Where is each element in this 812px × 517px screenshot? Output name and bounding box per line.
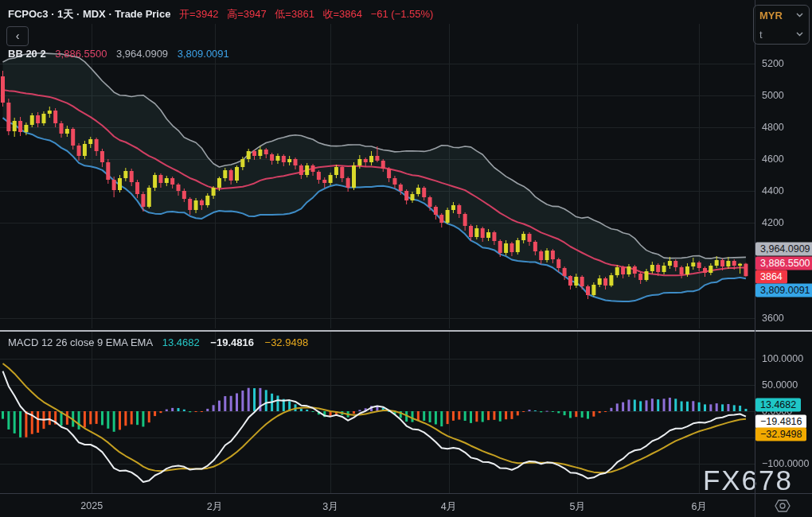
back-button[interactable]: ‹ <box>6 26 29 46</box>
unit-value: t <box>759 29 763 41</box>
symbol-legend[interactable]: FCPOc3 · 1天 · MDX · Trade Price 开=3942 高… <box>8 7 433 21</box>
macd-hist-label: 13.4682 <box>755 398 801 412</box>
ohlc-close: 收=3864 <box>323 8 363 20</box>
axis-tick: 100.0000 <box>762 353 803 364</box>
unit-dropdown[interactable]: t <box>754 25 809 44</box>
chevron-left-icon: ‹ <box>16 29 20 42</box>
axis-tick: 5200 <box>762 58 784 69</box>
macd-signal-value: −32.9498 <box>265 336 309 348</box>
chart-settings-icon[interactable] <box>772 498 793 514</box>
time-axis-label[interactable]: 3月 <box>322 500 338 514</box>
macd-line-value: −19.4816 <box>210 336 254 348</box>
last-price-label: 3864 <box>755 270 787 284</box>
axis-tick: 4400 <box>762 185 784 196</box>
ohlc-open: 开=3942 <box>179 8 219 20</box>
currency-dropdown[interactable]: MYR <box>754 6 809 25</box>
symbol-title: FCPOc3 · 1天 · MDX · Trade Price <box>8 8 170 20</box>
time-axis-border <box>0 493 812 494</box>
macd-legend[interactable]: MACD 12 26 close 9 EMA EMA 13.4682 −19.4… <box>8 336 308 348</box>
time-axis-label[interactable]: 5月 <box>570 500 585 514</box>
macd-signal-label: −32.9498 <box>755 428 806 441</box>
watermark: FX678 <box>703 465 793 496</box>
bb-indicator-name: BB 20 2 <box>8 48 46 60</box>
axis-tick: 4600 <box>762 154 784 165</box>
axis-tick: −100.0000 <box>762 458 809 469</box>
trading-chart-app: FCPOc3 · 1天 · MDX · Trade Price 开=3942 高… <box>0 0 812 517</box>
bb-upper-value: 3,964.0909 <box>116 48 168 60</box>
bb-lower-label: 3,809.0091 <box>755 284 812 297</box>
ohlc-change: −61 (−1.55%) <box>371 8 434 20</box>
time-axis-label[interactable]: 2025 <box>80 500 103 511</box>
bb-legend[interactable]: BB 20 2 3,886.5500 3,964.0909 3,809.0091 <box>8 48 229 60</box>
chevron-down-icon <box>796 13 803 17</box>
ohlc-high: 高=3947 <box>227 8 267 20</box>
bb-upper-label: 3,964.0909 <box>755 243 812 256</box>
bb-lower-value: 3,809.0091 <box>178 48 229 60</box>
currency-value: MYR <box>759 10 783 21</box>
time-axis-label[interactable]: 2月 <box>207 500 222 514</box>
axis-tick: 3600 <box>762 313 784 324</box>
time-axis-label[interactable]: 6月 <box>691 500 706 514</box>
bb-basis-value: 3,886.5500 <box>55 48 107 60</box>
axis-tick: 4200 <box>762 217 784 228</box>
axis-tick: 4800 <box>762 122 784 133</box>
macd-indicator-name: MACD 12 26 close 9 EMA EMA <box>8 336 153 348</box>
macd-value-label: −19.4816 <box>755 415 806 429</box>
price-macd-chart-canvas[interactable] <box>0 0 812 517</box>
axis-tick: 5000 <box>762 90 784 101</box>
ohlc-low: 低=3861 <box>275 8 314 20</box>
macd-hist-value: 13.4682 <box>162 336 200 348</box>
pane-separator[interactable] <box>0 330 812 332</box>
axis-unit-toolbar: MYR t <box>753 5 810 45</box>
time-axis-label[interactable]: 4月 <box>441 500 456 514</box>
axis-tick: 50.0000 <box>762 379 798 391</box>
bb-basis-label: 3,886.5500 <box>755 257 812 270</box>
chevron-down-icon <box>796 32 803 37</box>
